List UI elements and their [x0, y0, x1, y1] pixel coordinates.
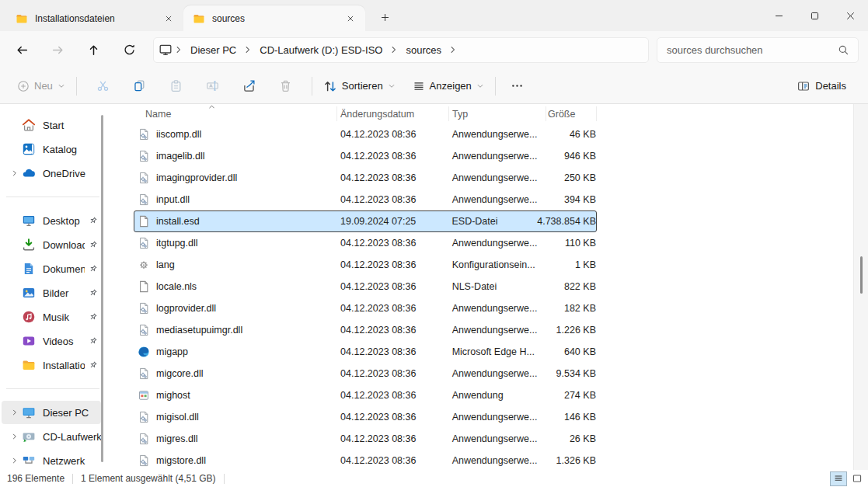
- sidebar-item-bilder[interactable]: Bilder: [2, 281, 101, 304]
- delete-button[interactable]: [267, 72, 304, 100]
- sidebar-item-netzwerk[interactable]: Netzwerk: [2, 449, 101, 470]
- back-button[interactable]: [4, 36, 40, 64]
- close-window-button[interactable]: [832, 0, 868, 31]
- expand-chevron-icon[interactable]: [8, 169, 22, 178]
- window-controls: [761, 0, 868, 31]
- desktop-icon: [22, 214, 36, 228]
- file-name: migcore.dll: [156, 368, 203, 379]
- view-button[interactable]: Anzeigen: [410, 72, 487, 100]
- breadcrumb-segment-sources[interactable]: sources: [400, 41, 447, 59]
- refresh-button[interactable]: [111, 36, 147, 64]
- sidebar-item-dokumente[interactable]: Dokumente: [2, 257, 101, 280]
- file-row-itgtupg-dll[interactable]: itgtupg.dll04.12.2023 08:36Anwendungserw…: [134, 232, 597, 254]
- file-row-migres-dll[interactable]: migres.dll04.12.2023 08:36Anwendungserwe…: [134, 428, 597, 450]
- sort-label: Sortieren: [342, 80, 383, 92]
- folder-icon: [193, 12, 205, 25]
- sidebar-item-katalog[interactable]: Katalog: [2, 137, 101, 161]
- thumbnail-view-button[interactable]: [849, 471, 866, 486]
- file-row-iiscomp-dll[interactable]: iiscomp.dll04.12.2023 08:36Anwendungserw…: [134, 123, 597, 145]
- breadcrumb-chevron-icon[interactable]: [448, 45, 458, 54]
- breadcrumb-chevron-icon[interactable]: [174, 45, 183, 54]
- dll-file-icon: [138, 128, 150, 141]
- sidebar-item-videos[interactable]: Videos: [2, 329, 101, 353]
- sidebar-divider: [6, 197, 99, 197]
- details-view-button[interactable]: [830, 471, 847, 486]
- file-row-migcore-dll[interactable]: migcore.dll04.12.2023 08:36Anwendungserw…: [134, 363, 597, 384]
- column-header-type[interactable]: Typ: [449, 106, 546, 121]
- breadcrumb-chevron-icon[interactable]: [243, 45, 253, 54]
- breadcrumb-segment-cd-laufwerk-d-esd-iso[interactable]: CD-Laufwerk (D:) ESD-ISO: [254, 41, 388, 59]
- item-count: 196 Elemente: [7, 473, 64, 484]
- file-row-install-esd[interactable]: install.esd19.09.2024 07:25ESD-Datei4.73…: [134, 210, 597, 232]
- tab-close-button[interactable]: [343, 12, 357, 26]
- expand-chevron-icon[interactable]: [8, 432, 22, 441]
- sort-button[interactable]: Sortieren: [320, 72, 399, 100]
- onedrive-icon: [22, 166, 36, 180]
- breadcrumb[interactable]: Dieser PCCD-Laufwerk (D:) ESD-ISOsources: [153, 37, 649, 63]
- sidebar-item-downloads[interactable]: Downloads: [2, 233, 101, 256]
- forward-button[interactable]: [40, 36, 75, 64]
- file-row-imagingprovider-dll[interactable]: imagingprovider.dll04.12.2023 08:36Anwen…: [134, 167, 597, 189]
- tab-sources[interactable]: sources: [183, 5, 365, 31]
- minimize-button[interactable]: [761, 0, 797, 31]
- file-name: install.esd: [156, 216, 200, 227]
- copy-button[interactable]: [121, 72, 158, 100]
- paste-button[interactable]: [158, 72, 194, 100]
- up-button[interactable]: [75, 36, 111, 64]
- tab-installationsdateien[interactable]: Installationsdateien: [6, 5, 183, 31]
- rename-button[interactable]: [194, 72, 231, 100]
- file-type-cell: Anwendungserwe...: [449, 238, 546, 249]
- sidebar-item-cd-laufwerk-d[interactable]: CD-Laufwerk (D: [2, 425, 101, 448]
- file-row-logprovider-dll[interactable]: logprovider.dll04.12.2023 08:36Anwendung…: [134, 297, 597, 319]
- sidebar-item-label: Katalog: [43, 144, 101, 155]
- maximize-button[interactable]: [797, 0, 832, 31]
- file-row-imagelib-dll[interactable]: imagelib.dll04.12.2023 08:36Anwendungser…: [134, 145, 597, 167]
- file-date-cell: 04.12.2023 08:36: [337, 303, 449, 314]
- sidebar-item-onedrive[interactable]: OneDrive: [2, 162, 101, 185]
- folder18-icon: [22, 358, 36, 372]
- column-header-size[interactable]: Größe: [546, 106, 597, 121]
- cut-button[interactable]: [85, 72, 121, 100]
- file-name-cell: migapp: [134, 346, 337, 358]
- file-row-locale-nls[interactable]: locale.nls04.12.2023 08:36NLS-Datei822 K…: [134, 276, 597, 297]
- sidebar-item-musik[interactable]: Musik: [2, 305, 101, 329]
- file-row-migstore-dll[interactable]: migstore.dll04.12.2023 08:36Anwendungser…: [134, 450, 597, 470]
- file-name-cell: iiscomp.dll: [134, 128, 337, 141]
- file-size-cell: 640 KB: [546, 346, 596, 357]
- file-row-lang[interactable]: lang04.12.2023 08:36Konfigurationsein...…: [134, 254, 597, 276]
- expand-chevron-icon[interactable]: [8, 456, 22, 465]
- file-row-mediasetupuimgr-dll[interactable]: mediasetupuimgr.dll04.12.2023 08:36Anwen…: [134, 319, 597, 341]
- dll-file-icon: [138, 454, 150, 467]
- file-row-migisol-dll[interactable]: migisol.dll04.12.2023 08:36Anwendungserw…: [134, 406, 597, 428]
- sidebar-item-desktop[interactable]: Desktop: [2, 209, 101, 232]
- tab-close-button[interactable]: [162, 12, 176, 26]
- search-input[interactable]: [657, 44, 838, 56]
- file-row-input-dll[interactable]: input.dll04.12.2023 08:36Anwendungserwe.…: [134, 189, 597, 210]
- vertical-scrollbar[interactable]: [853, 104, 868, 470]
- details-pane-button[interactable]: Details: [791, 72, 852, 100]
- expand-chevron-icon[interactable]: [8, 408, 22, 417]
- sidebar-item-start[interactable]: Start: [2, 113, 101, 137]
- file-row-migapp[interactable]: migapp04.12.2023 08:36Microsoft Edge H..…: [134, 341, 597, 363]
- sidebar-item-installationsc[interactable]: Installationsc: [2, 353, 101, 377]
- share-button[interactable]: [231, 72, 267, 100]
- file-name: imagelib.dll: [156, 151, 205, 162]
- sidebar-scrollbar[interactable]: [101, 115, 103, 462]
- tab-label: Installationsdateien: [35, 13, 155, 24]
- file-row-mighost[interactable]: mighost04.12.2023 08:36Anwendung274 KB: [134, 384, 597, 406]
- sidebar-item-dieser-pc[interactable]: Dieser PC: [2, 401, 101, 424]
- chevron-down-icon: [476, 82, 484, 90]
- column-header-name[interactable]: Name: [134, 106, 337, 121]
- more-options-button[interactable]: [504, 72, 532, 100]
- breadcrumb-segment-dieser-pc[interactable]: Dieser PC: [185, 41, 242, 59]
- scrollbar-thumb[interactable]: [860, 256, 863, 294]
- file-name-cell: input.dll: [134, 193, 337, 206]
- file-date-cell: 04.12.2023 08:36: [337, 390, 449, 401]
- file-name: mighost: [156, 390, 190, 401]
- column-header-date[interactable]: Änderungsdatum: [337, 106, 449, 121]
- new-button[interactable]: Neu: [14, 72, 68, 100]
- breadcrumb-chevron-icon[interactable]: [389, 45, 399, 54]
- new-tab-button[interactable]: [375, 7, 395, 27]
- file-date-cell: 19.09.2024 07:25: [337, 216, 448, 227]
- file-type-cell: Anwendung: [449, 390, 546, 401]
